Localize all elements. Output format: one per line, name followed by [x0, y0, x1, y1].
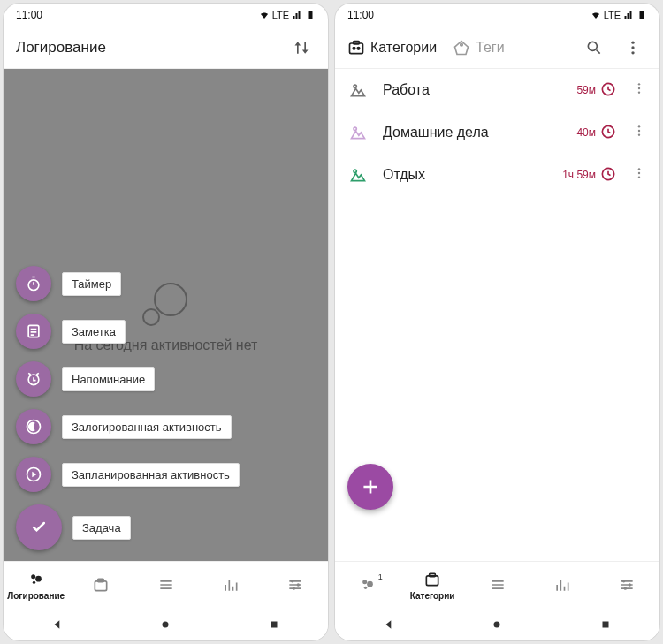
svg-rect-1 — [309, 11, 311, 11]
category-name: Работа — [383, 82, 564, 98]
wifi-icon — [591, 10, 601, 20]
app-bar: Логирование — [4, 27, 328, 69]
status-time: 11:00 — [347, 9, 374, 21]
fab-add[interactable] — [347, 464, 393, 510]
moon-circle-icon — [16, 409, 51, 444]
catbox-icon — [347, 39, 365, 57]
svg-rect-22 — [354, 41, 360, 43]
speed-dial-label: Залогированная активность — [62, 415, 232, 439]
nav-set[interactable] — [263, 576, 328, 595]
svg-point-44 — [638, 176, 640, 178]
speed-dial-label: Запланированная активность — [62, 463, 240, 487]
speed-dial-label: Напоминание — [62, 367, 155, 391]
tab-tags[interactable]: Теги — [453, 39, 505, 57]
clock-icon — [599, 123, 617, 143]
speed-dial-reminder[interactable]: Напоминание — [16, 361, 240, 397]
svg-point-43 — [638, 172, 640, 174]
sliders-icon — [618, 576, 636, 595]
speed-dial-label: Заметка — [62, 320, 126, 344]
status-bar: 11:00 LTE — [335, 4, 659, 27]
category-more[interactable] — [629, 124, 649, 141]
category-row[interactable]: Отдых1ч 59м — [335, 154, 659, 196]
sys-back[interactable] — [382, 617, 396, 632]
sys-home[interactable] — [490, 617, 504, 632]
svg-point-45 — [362, 580, 367, 584]
status-icons: LTE — [591, 10, 647, 20]
nav-list[interactable] — [465, 576, 530, 595]
alarm-icon — [16, 361, 51, 397]
speed-dial-timer[interactable]: Таймер — [16, 266, 240, 301]
nav-stats[interactable] — [198, 576, 263, 595]
page-title: Логирование — [16, 39, 277, 57]
status-icons: LTE — [259, 10, 316, 20]
svg-point-35 — [354, 127, 356, 130]
nav-badge: 1 — [378, 572, 383, 581]
phone-left: 11:00 LTE Логирование На сегодня активно… — [4, 4, 328, 640]
nav-stats[interactable] — [530, 576, 594, 595]
category-more[interactable] — [629, 81, 649, 99]
battery-icon — [636, 10, 647, 20]
category-time: 59м — [576, 80, 617, 101]
nav-label: Категории — [410, 591, 455, 601]
speed-dial-logged[interactable]: Залогированная активность — [16, 409, 240, 444]
svg-point-52 — [624, 587, 627, 589]
tab-set: Категории Теги — [347, 39, 569, 57]
svg-point-11 — [33, 580, 35, 583]
speed-dial-label: Таймер — [62, 272, 121, 296]
svg-rect-18 — [271, 622, 277, 628]
category-more[interactable] — [629, 166, 649, 184]
nav-log[interactable]: Логирование — [4, 571, 68, 601]
svg-point-50 — [622, 580, 625, 582]
note-icon — [16, 314, 51, 349]
status-net: LTE — [272, 10, 289, 20]
nav-set[interactable] — [595, 576, 659, 595]
nav-log[interactable]: 1 — [335, 576, 400, 595]
category-row[interactable]: Домашние дела40м — [335, 111, 659, 154]
speed-dial: ЗадачаЗапланированная активностьЗалогиро… — [16, 266, 240, 550]
phone-right: 11:00 LTE Категории Теги Работа59м Дома — [335, 4, 659, 640]
sys-recent[interactable] — [598, 617, 613, 632]
sys-home[interactable] — [158, 617, 172, 632]
svg-point-40 — [354, 170, 356, 172]
search-button[interactable] — [580, 34, 608, 62]
speed-dial-task[interactable]: Задача — [16, 504, 240, 550]
overflow-button[interactable] — [619, 34, 647, 62]
signal-icon — [292, 10, 302, 20]
svg-rect-21 — [350, 43, 363, 54]
nav-cat[interactable]: Категории — [400, 571, 464, 601]
svg-rect-19 — [640, 11, 644, 19]
sys-recent[interactable] — [267, 617, 281, 632]
stopwatch-icon — [16, 266, 51, 301]
content-area: Работа59м Домашние дела40м Отдых1ч 59м — [335, 69, 659, 561]
svg-point-8 — [28, 280, 39, 291]
mountain-icon — [346, 163, 370, 187]
bottom-nav-right: 1Категории — [335, 561, 659, 609]
tab-categories-label: Категории — [370, 40, 437, 56]
svg-point-15 — [297, 583, 300, 586]
svg-point-24 — [357, 47, 360, 49]
status-bar: 11:00 LTE — [4, 4, 328, 27]
nav-list[interactable] — [133, 576, 198, 595]
svg-point-42 — [638, 168, 640, 170]
catbox-icon — [423, 571, 441, 590]
category-row[interactable]: Работа59м — [335, 69, 659, 111]
svg-point-17 — [163, 622, 169, 628]
svg-point-38 — [638, 130, 640, 132]
dots-icon: 1 — [359, 576, 377, 595]
check-icon — [16, 504, 62, 550]
nav-label: Логирование — [7, 591, 65, 601]
tab-categories[interactable]: Категории — [347, 39, 437, 57]
sys-back[interactable] — [50, 617, 65, 632]
svg-point-34 — [638, 91, 640, 93]
svg-point-32 — [638, 83, 640, 85]
nav-cat[interactable] — [68, 576, 133, 595]
speed-dial-planned[interactable]: Запланированная активность — [16, 457, 240, 492]
svg-point-53 — [494, 622, 500, 628]
speed-dial-note[interactable]: Заметка — [16, 314, 240, 349]
category-name: Отдых — [383, 167, 550, 183]
sort-button[interactable] — [287, 34, 316, 62]
svg-point-26 — [588, 42, 597, 50]
search-icon — [585, 39, 603, 57]
svg-point-37 — [638, 125, 640, 127]
bottom-nav-left: Логирование — [4, 561, 328, 609]
